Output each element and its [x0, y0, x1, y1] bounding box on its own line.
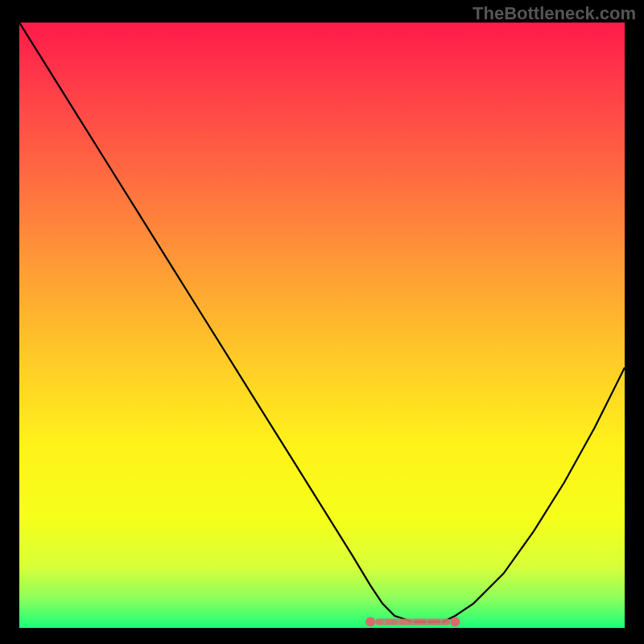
svg-rect-6: [411, 617, 414, 625]
svg-rect-7: [426, 617, 428, 625]
svg-rect-4: [383, 617, 386, 625]
svg-point-2: [450, 617, 460, 626]
svg-rect-5: [398, 617, 400, 625]
curve-layer: [19, 23, 625, 628]
svg-point-1: [365, 617, 375, 626]
chart-plot-area: [19, 23, 625, 628]
svg-rect-8: [440, 617, 442, 625]
bottleneck-curve: [19, 23, 625, 622]
optimal-zone-markers: [365, 617, 460, 626]
watermark-text: TheBottleneck.com: [473, 3, 636, 24]
